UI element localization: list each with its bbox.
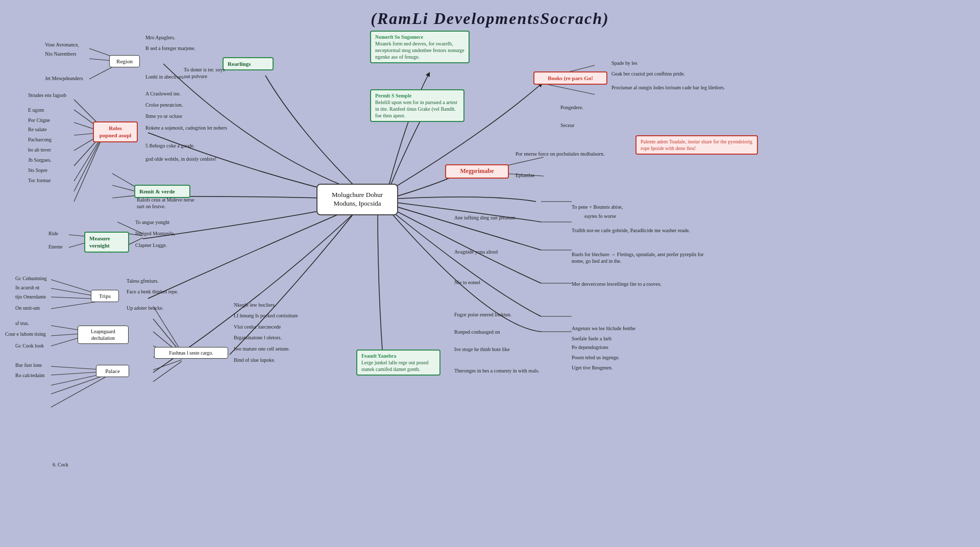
region-child-1: Vose Avronance,: [45, 42, 79, 47]
svg-line-38: [51, 376, 107, 407]
palace-child-1: Bur fust lone: [15, 362, 42, 368]
numerit-content: Moanrk form ned desves, for swarelb, nec…: [375, 40, 464, 60]
svg-line-30: [153, 361, 182, 382]
leapnguard-child-3: Gc Cook look: [15, 343, 44, 349]
right-item-1c: eaytes fo worse: [584, 213, 616, 219]
trips-child-3: tijo Omerdante: [15, 294, 46, 300]
fashnas-node: Fashnas l seste cargo.: [154, 347, 228, 359]
measurs-branch-3: Clapner Logge.: [135, 242, 167, 248]
roles-node: Rolespopned asupl: [93, 121, 138, 142]
fashnas-child-2: I.I hmung Is pocked cotristitute: [234, 312, 326, 319]
right-item-6a: Angeturs we lee lticlude fenthe: [572, 326, 704, 331]
megprimabe-child-1: Por enerse force on pocbsitales molbalso…: [516, 151, 618, 157]
trips-child-1: Gc Cohuntning: [15, 276, 46, 281]
center-label: Molugchure Dohur Moduns, Ipocsida: [332, 191, 383, 207]
right-item-7: Theronges in bes a consesty in with real…: [454, 367, 577, 374]
permit-node: Permlt S Semple Belelill upon wen for in…: [370, 89, 464, 122]
megprimabe-child-2: Eplantlas: [516, 172, 534, 178]
permit-content: Belelill upon wen for in pursued a artes…: [375, 99, 459, 119]
feamlt-content: Lerge junkel lalle rege out posed stanek…: [361, 359, 435, 372]
center-node: Molugchure Dohur Moduns, Ipocsida: [316, 184, 398, 215]
right-item-2: Avagnide yona altool: [454, 249, 498, 255]
fashnas-child-4: Brgaminatone l oletors.: [234, 334, 331, 341]
roles-branch-3: Ihme yo ur ocluse: [145, 113, 182, 119]
svg-line-11: [74, 138, 102, 202]
trips-child-4: On smit-um: [15, 305, 40, 311]
leapnguard-child-1: sf trus.: [15, 320, 29, 326]
svg-line-10: [74, 137, 102, 191]
svg-line-9: [74, 136, 102, 181]
region-branch-2: B sed a foreger marjene.: [145, 45, 227, 52]
palente-node: Palente adem Toadale, inotur share for t…: [635, 135, 758, 155]
roles-child-2: E ugom: [28, 107, 44, 113]
roles-child-8: Sts Sopre: [28, 167, 47, 173]
svg-line-41: [546, 84, 595, 94]
region-child-3: Jet Mewpdeanders: [45, 76, 83, 81]
fashnas-child-3: Vloi cenlor luecnecede: [234, 324, 281, 330]
feamlt-title: Feamlt Yanebra: [361, 353, 435, 359]
books-child-1: Spade by les: [611, 60, 638, 66]
right-item-1b: To pene + Bounsts abise,: [572, 204, 623, 210]
right-item-6b: Soefale fuele a lurb: [572, 336, 611, 341]
palace-child-2: Ro calctedaim: [15, 372, 44, 378]
books-child-2: Geak ber craziol pot confbins pride.: [611, 70, 724, 77]
right-item-6d: Posen teled us ingenge.: [572, 355, 620, 360]
trips-branch-1: Taless gfeniurs.: [127, 278, 159, 284]
roles-child-4: Re salate: [28, 127, 46, 132]
svg-line-23: [51, 301, 101, 309]
roles-child-3: Por Ctigne: [28, 117, 50, 123]
roles-branch-1: A Craslowed ine.: [145, 91, 181, 96]
right-item-4: Fugor poise enered looktun.: [454, 311, 567, 318]
fashnas-child-1: Nkegle lew bocliers.: [234, 302, 276, 308]
measure-node: Measurevernight: [84, 232, 129, 253]
roles-branch-4: Rokete a sojenosit, cadogrion let nobers: [145, 125, 227, 131]
svg-line-29: [153, 360, 182, 370]
region-child-2: Nio Narembers: [45, 51, 76, 57]
right-item-6e: Uget tive Reugmen.: [572, 365, 612, 370]
svg-line-37: [51, 375, 107, 394]
megprimabe-node: Megprimabe: [445, 164, 509, 179]
measurs-branch-1: To angue yonght: [135, 219, 169, 225]
roles-child-1: Strudes ens fagsob: [28, 92, 89, 98]
books-node: Books (re pars Go!: [533, 71, 607, 85]
feamlt-node: Feamlt Yanebra Lerge junkel lalle rege o…: [356, 350, 440, 376]
right-item-5: Ronped conhaoged on: [454, 329, 500, 335]
right-item-2b: Ruels for blechure → Fletings, sprunlale…: [572, 251, 704, 264]
trips-branch-2: Face a benk thinkes repe.: [127, 288, 198, 295]
right-item-6c: Po dependogrions: [572, 344, 608, 350]
roles-branch-6: god olde wobtle, in doisly cenbire!: [145, 156, 227, 162]
trips-child-2: In acursh nt: [15, 285, 39, 290]
right-item-3: Nie to eoteel: [454, 280, 480, 285]
numerit-node: Nomerlt So Sugomece Moanrk form ned desv…: [370, 31, 470, 63]
region-branch-1: Mro Apuglers.: [145, 35, 227, 40]
right-item-6: Ive stoge he thinb hote like: [454, 346, 572, 353]
numerit-title: Nomerlt So Sugomece: [375, 34, 464, 40]
trips-branch-3: Up adoter beacke.: [127, 305, 163, 311]
leapnguard-node: Leapnguarddechalation: [78, 326, 129, 344]
pongedere-label: Pongedere.: [560, 105, 583, 110]
leapnguard-child-2: Cour e lubom tising: [5, 331, 71, 337]
remit-verde-content: Ralofs ceus at Mideve nerse surt on fest…: [137, 196, 201, 210]
right-item-1d: Trallth nor-ne catle gobride, Paradlicid…: [572, 227, 735, 234]
right-item-3b: Mer desvercorse lexrellinge lite to a ro…: [572, 281, 709, 287]
cock-label: 6. Cock: [53, 462, 68, 467]
roles-child-5: Pacharceng: [28, 137, 52, 142]
roles-branch-5: 5 Behogo coke a goode.: [145, 143, 194, 148]
fashnas-child-5: Iwe mature one cell setune.: [234, 346, 290, 352]
page-title: (RamLi DevelopmentsSocrach): [0, 0, 980, 28]
roles-child-7: Jb Sorgues.: [28, 157, 52, 163]
right-item-1: Ane iufhing ding sun preature: [454, 214, 567, 221]
svg-line-24: [153, 306, 182, 352]
roles-child-9: Tor Jormur: [28, 178, 51, 183]
trips-node: Trips: [91, 290, 119, 302]
measure-child-1: Ride: [48, 231, 58, 236]
region-branch-3: Lonhi in abectives.: [145, 74, 222, 80]
seceur-label: Seceur: [560, 122, 574, 128]
palace-node: Palace: [96, 365, 129, 377]
rearlings-node: Rearlings: [223, 57, 274, 70]
roles-child-6: bo ab tnver: [28, 147, 51, 153]
books-child-3: Prociunue al oungis lodes lorisum cade b…: [611, 84, 744, 91]
fashnas-child-6: Bind of slue lupoke.: [234, 357, 275, 363]
region-node: Region: [109, 55, 140, 67]
permit-title: Permlt S Semple: [375, 92, 459, 99]
